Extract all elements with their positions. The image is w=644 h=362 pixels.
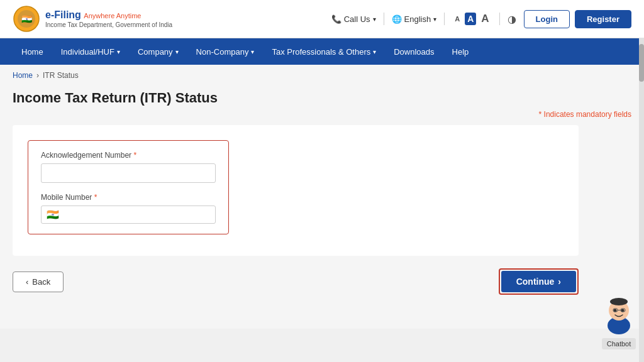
ack-required-star: * (133, 151, 136, 160)
nav-individual[interactable]: Individual/HUF ▾ (52, 41, 129, 63)
ack-label-text: Acknowledgement Number (41, 151, 131, 160)
contrast-button[interactable]: ◑ (508, 13, 516, 25)
phone-icon: 📞 (331, 14, 341, 24)
register-button[interactable]: Register (575, 10, 631, 28)
nav-noncompany[interactable]: Non-Company ▾ (187, 41, 264, 63)
mobile-required-star: * (94, 193, 97, 202)
logo-efiling: e-Filing Anywhere Anytime (45, 9, 172, 21)
back-button[interactable]: ‹ Back (13, 272, 64, 292)
chatbot-figure-icon (600, 293, 638, 329)
scrollbar-thumb[interactable] (639, 44, 644, 82)
logo-subtitle: Income Tax Department, Government of Ind… (45, 21, 172, 29)
language-button[interactable]: 🌐 English ▾ (392, 14, 437, 24)
divider-2 (444, 13, 445, 25)
navbar: Home Individual/HUF ▾ Company ▾ Non-Comp… (0, 38, 644, 65)
nav-taxprofessionals-caret: ▾ (373, 48, 376, 55)
emblem-icon: 🇮🇳 (13, 5, 40, 33)
nav-individual-label: Individual/HUF (61, 47, 114, 57)
chatbot-widget[interactable]: Chatbot (600, 293, 638, 329)
main-content: Home › ITR Status Income Tax Return (ITR… (0, 65, 644, 329)
divider-1 (384, 13, 384, 25)
nav-help[interactable]: Help (443, 41, 478, 63)
divider-3 (499, 13, 500, 25)
breadcrumb-home[interactable]: Home (13, 71, 33, 80)
page-title: Income Tax Return (ITR) Status (13, 90, 631, 106)
breadcrumb: Home › ITR Status (13, 65, 631, 84)
mobile-label-text: Mobile Number (41, 193, 92, 202)
nav-individual-caret: ▾ (117, 48, 120, 55)
breadcrumb-current: ITR Status (43, 71, 79, 80)
mobile-label: Mobile Number * (41, 193, 216, 202)
india-flag-icon: 🇮🇳 (47, 209, 59, 221)
back-chevron-icon: ‹ (26, 277, 28, 287)
breadcrumb-sep: › (36, 71, 39, 80)
language-label: English (404, 14, 431, 24)
continue-label: Continue (516, 277, 555, 287)
auth-buttons: Login Register (524, 10, 631, 28)
acknowledgement-number-input[interactable] (41, 163, 216, 183)
nav-taxprofessionals-label: Tax Professionals & Others (272, 47, 370, 57)
header: 🇮🇳 e-Filing Anywhere Anytime Income Tax … (0, 0, 644, 38)
mobile-number-input[interactable] (63, 210, 210, 219)
call-us-label: Call Us (344, 14, 370, 24)
font-small-button[interactable]: A (452, 14, 462, 24)
svg-point-5 (610, 298, 628, 305)
mandatory-note: * Indicates mandatory fields (13, 110, 631, 119)
continue-chevron-icon: › (558, 277, 561, 287)
globe-icon: 🌐 (392, 14, 402, 24)
font-large-button[interactable]: A (479, 11, 491, 26)
call-us-button[interactable]: 📞 Call Us ▾ (331, 14, 376, 24)
logo-text: e-Filing Anywhere Anytime Income Tax Dep… (45, 9, 172, 28)
efiling-label: e-Filing (45, 9, 81, 20)
nav-company-label: Company (138, 47, 173, 57)
form-section: Acknowledgement Number * Mobile Number *… (28, 140, 229, 234)
continue-button-wrapper: Continue › (499, 268, 579, 295)
mobile-input-wrapper: 🇮🇳 (41, 206, 216, 224)
nav-taxprofessionals[interactable]: Tax Professionals & Others ▾ (263, 41, 385, 63)
svg-text:🇮🇳: 🇮🇳 (21, 14, 33, 25)
continue-button[interactable]: Continue › (501, 271, 576, 292)
nav-downloads[interactable]: Downloads (385, 41, 443, 63)
lang-caret: ▾ (433, 16, 436, 23)
font-medium-button[interactable]: A (465, 13, 476, 25)
logo-area: 🇮🇳 e-Filing Anywhere Anytime Income Tax … (13, 5, 172, 33)
back-label: Back (32, 277, 50, 287)
nav-noncompany-label: Non-Company (196, 47, 249, 57)
nav-home[interactable]: Home (13, 41, 52, 63)
nav-company[interactable]: Company ▾ (129, 41, 187, 63)
action-row: ‹ Back Continue › (13, 268, 579, 295)
scrollbar-track (639, 38, 644, 329)
font-controls: A A A (452, 11, 491, 26)
nav-noncompany-caret: ▾ (251, 48, 254, 55)
call-caret: ▾ (373, 16, 376, 23)
header-right: 📞 Call Us ▾ 🌐 English ▾ A A A ◑ Login Re… (331, 10, 631, 28)
ack-label: Acknowledgement Number * (41, 151, 216, 160)
login-button[interactable]: Login (524, 10, 570, 28)
nav-company-caret: ▾ (175, 48, 179, 55)
anywhere-label: Anywhere Anytime (84, 12, 141, 19)
form-card: Acknowledgement Number * Mobile Number *… (13, 125, 579, 256)
